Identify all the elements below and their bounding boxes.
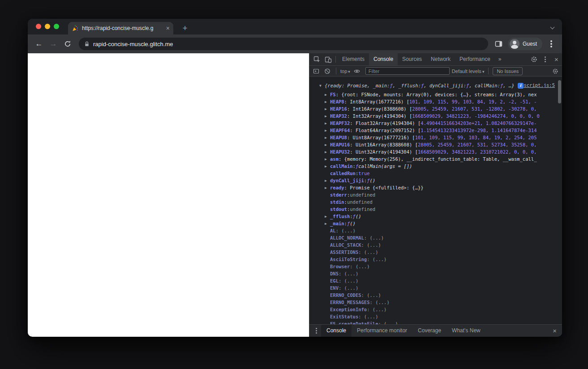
address-bar[interactable]: rapid-concise-muscle.glitch.me [79,38,488,50]
console-settings-button[interactable] [551,67,560,76]
devtools-tab-performance[interactable]: Performance [455,53,495,65]
devtools-menu-button[interactable] [540,53,551,65]
devtools-tab-console[interactable]: Console [369,53,398,65]
live-expression-button[interactable] [352,67,361,76]
property-name: stdin [330,198,344,206]
lock-icon[interactable] [84,41,90,47]
expand-arrow-icon[interactable]: ▶ [325,98,330,105]
drawer-tab-coverage[interactable]: Coverage [412,325,446,337]
expand-arrow-icon[interactable]: ▶ [325,177,330,184]
expand-arrow-icon[interactable]: ▶ [325,155,330,163]
property-name: AsciiToString [330,256,367,263]
minimize-window-button[interactable] [45,24,50,29]
property-name: FS [330,91,336,98]
arrow-spacer [325,274,330,274]
context-selector[interactable]: top▾ [340,69,350,74]
side-panel-icon [495,40,502,47]
property-name: ready [330,184,344,191]
console-sidebar-button[interactable] [312,67,321,76]
scrollbar-thumb[interactable] [558,80,561,103]
expand-arrow-icon[interactable]: ▶ [325,120,330,127]
window-controls [36,24,59,29]
drawer-close-button[interactable]: × [550,327,559,335]
console-row: ▶HEAPU16: Uint16Array(8388608) [28005, 2… [309,141,562,148]
console-row: ▶HEAPF64: Float64Array(2097152) [1.15454… [309,127,562,134]
more-tabs-button[interactable]: » [495,53,505,65]
devtools-tab-network[interactable]: Network [426,53,455,65]
expand-arrow-icon[interactable]: ▶ [325,163,330,170]
expand-arrow-icon[interactable]: ▶ [325,141,330,148]
console-sidebar-icon [313,68,319,74]
console-row: ERRNO_CODES: (...) [309,292,562,299]
side-panel-button[interactable] [493,37,505,51]
console-row: ExitStatus: (...) [309,313,562,320]
console-row: DNS: (...) [309,270,562,277]
property-name: EGL [330,277,339,284]
console-row: ExceptionInfo: (...) [309,306,562,313]
gear-icon [531,56,537,63]
property-name: ASSERTIONS [330,249,358,256]
console-row: ▶dynCall_jiji: ƒ () [309,177,562,184]
expand-arrow-icon[interactable]: ▶ [325,148,330,155]
expand-arrow-icon[interactable]: ▶ [325,213,330,220]
drawer-tab-console[interactable]: Console [321,325,352,337]
tab-close-icon[interactable]: × [166,25,170,31]
drawer-tab-performance-monitor[interactable]: Performance monitor [352,325,412,337]
more-menu-icon [550,43,552,45]
devtools-close-button[interactable]: × [551,53,562,65]
property-name: ExitStatus [330,313,358,320]
property-name: callMain [330,163,353,170]
property-name: HEAPF64 [330,127,350,134]
drawer-menu-button[interactable] [312,325,320,337]
property-name: Browser [330,263,350,270]
property-name: stdout [330,206,347,213]
zoom-window-button[interactable] [54,24,59,29]
property-name: _main [330,220,344,227]
property-name: HEAPF32 [330,120,350,127]
devtools-drawer: ConsolePerformance monitorCoverageWhat's… [309,324,562,337]
reload-button[interactable] [61,37,74,51]
expand-arrow-icon[interactable]: ▶ [325,134,330,141]
log-levels-dropdown[interactable]: Default levels▾ [452,69,485,74]
devtools-panel: ElementsConsoleSourcesNetworkPerformance… [309,53,562,337]
devtools-tab-elements[interactable]: Elements [338,53,369,65]
clear-console-button[interactable] [323,67,332,76]
expand-arrow-icon[interactable]: ▶ [325,105,330,112]
console-row: ▶callMain: ƒ callMain(args = []) [309,163,562,170]
inspect-cursor-icon [313,56,321,63]
console-row: stdout: undefined [309,206,562,213]
console-row: ▶HEAPU32: Uint32Array(4194304) [16685090… [309,148,562,155]
property-name: calledRun [330,170,356,177]
console-filter-input[interactable] [365,67,450,75]
issues-counter-button[interactable]: No Issues [493,67,523,75]
expand-arrow-icon[interactable]: ▶ [325,184,330,191]
expand-arrow-icon[interactable]: ▶ [325,220,330,227]
console-row: Browser: (...) [309,263,562,270]
console-object-tree: ▶FS: {root: FSNode, mounts: Array(0), de… [309,91,562,324]
expand-arrow-icon[interactable]: ▶ [325,91,330,98]
browser-menu-button[interactable] [545,37,558,51]
expand-arrow-icon[interactable]: ▼ [319,82,325,89]
console-row: ▶ready: Promise {<fulfilled>: {…}} [309,184,562,191]
property-name: _fflush [330,213,350,220]
expand-arrow-icon[interactable]: ▶ [325,127,330,134]
property-name: AL [330,227,336,234]
close-window-button[interactable] [36,24,41,29]
new-tab-button[interactable]: + [179,22,191,34]
console-row: ▶HEAPF32: Float32Array(4194304) [4.49044… [309,120,562,127]
arrow-spacer [325,288,330,288]
forward-button[interactable]: → [47,37,60,51]
devtools-settings-button[interactable] [528,53,540,65]
drawer-tab-what-s-new[interactable]: What's New [446,325,486,337]
profile-button[interactable]: Guest [508,38,542,50]
expand-arrow-icon[interactable]: ▶ [325,112,330,120]
tab-search-button[interactable] [549,24,556,31]
console-row: ▶HEAP32: Int32Array(4194304) [1668509029… [309,112,562,120]
property-name: ERRNO_CODES [330,292,361,299]
devtools-tab-sources[interactable]: Sources [398,53,426,65]
inspect-element-button[interactable] [311,53,322,65]
back-button[interactable]: ← [32,37,46,51]
browser-tab[interactable]: https://rapid-concise-muscle.g × [68,22,173,34]
device-toolbar-button[interactable] [322,53,334,65]
source-link[interactable]: script.js:5 [524,82,555,88]
